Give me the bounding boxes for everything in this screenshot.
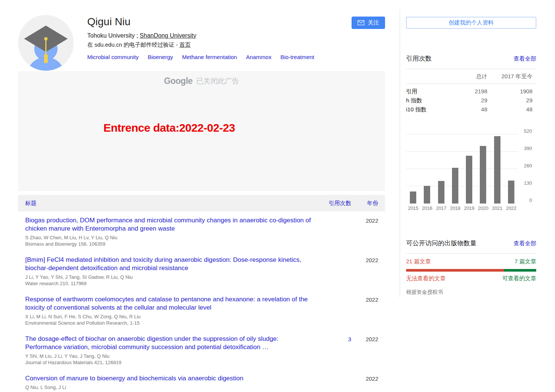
ad-dismissed-label: Google已关闭此广告 bbox=[18, 76, 385, 86]
sidebar: 创建我的个人资料 引用次数 查看全部 总计 2017 年至今 引用2198190… bbox=[406, 0, 536, 296]
profile-avatar bbox=[18, 15, 74, 71]
publication-row: The dosage-effect of biochar on anaerobi… bbox=[18, 330, 385, 369]
stats-col-since: 2017 年至今 bbox=[487, 73, 536, 80]
access-progress-bar bbox=[406, 269, 536, 272]
chart-bar[interactable] bbox=[410, 191, 416, 204]
chart-bar[interactable] bbox=[452, 168, 458, 204]
chart-x-label: 2015 bbox=[406, 205, 420, 211]
unavailable-count[interactable]: 21 篇文章 bbox=[406, 258, 431, 265]
public-access-labels: 无法查看的文章 可查看的文章 bbox=[406, 275, 536, 282]
interest-link[interactable]: Anammox bbox=[246, 54, 271, 60]
column-cited-by-header[interactable]: 引用次数 bbox=[324, 200, 351, 207]
publication-title-link[interactable]: Response of earthworm coelomocytes and c… bbox=[25, 295, 313, 312]
available-segment bbox=[504, 269, 537, 272]
citation-stats-table: 总计 2017 年至今 引用21981908h 指数2929i10 指数4848 bbox=[406, 69, 536, 117]
stat-label: 引用 bbox=[406, 87, 446, 96]
stat-total[interactable]: 48 bbox=[446, 105, 487, 114]
scholar-profile-page: Qigui Niu Tohoku University ; ShanDong U… bbox=[0, 0, 555, 392]
publication-title-link[interactable]: The dosage-effect of biochar on anaerobi… bbox=[25, 335, 313, 351]
citations-chart-plot bbox=[406, 134, 518, 204]
stats-col-total: 总计 bbox=[446, 73, 487, 80]
publication-venue: Biomass, Biofuels, Biochemicals, 69-90 bbox=[25, 390, 313, 392]
entrance-date-overlay: Entrence data:2022-02-23 bbox=[103, 122, 235, 134]
chart-bar-cell bbox=[406, 134, 420, 204]
publication-title-link[interactable]: [Bmim] FeCl4 mediated inhibition and tox… bbox=[25, 256, 313, 272]
chart-bar[interactable] bbox=[494, 136, 500, 204]
chart-bar-cell bbox=[476, 134, 490, 204]
column-year-header[interactable]: 年份 bbox=[351, 200, 385, 207]
publication-year: 2022 bbox=[351, 256, 385, 287]
publication-authors: Y Shi, M Liu, J Li, Y Yao, J Tang, Q Niu bbox=[25, 353, 313, 359]
publication-cited-count[interactable]: 3 bbox=[324, 335, 351, 366]
affiliation-text: Tohoku University ; bbox=[87, 32, 140, 39]
stat-total[interactable]: 29 bbox=[446, 96, 487, 105]
affiliation-link[interactable]: ShanDong University bbox=[140, 32, 196, 39]
view-all-public-link[interactable]: 查看全部 bbox=[514, 240, 536, 247]
view-all-citations-link[interactable]: 查看全部 bbox=[514, 55, 536, 62]
stat-row: 引用21981908 bbox=[406, 87, 536, 96]
publication-title-link[interactable]: Conversion of manure to bioenergy and bi… bbox=[25, 374, 313, 383]
publication-venue: Journal of Hazardous Materials 421, 1268… bbox=[25, 359, 313, 366]
chart-y-label: 130 bbox=[524, 180, 532, 186]
publication-venue: Biomass and Bioenergy 158, 106359 bbox=[25, 241, 313, 247]
chart-y-label: 520 bbox=[524, 128, 532, 134]
stats-column-headers: 总计 2017 年至今 bbox=[406, 69, 536, 84]
publication-authors: X Li, M Li, N Sun, F He, S Chu, W Zong, … bbox=[25, 313, 313, 320]
publication-cited-count bbox=[324, 216, 351, 247]
citations-title: 引用次数 bbox=[406, 54, 432, 63]
chart-x-label: 2017 bbox=[434, 205, 448, 211]
chart-x-axis: 20152016201720182019202020212022 bbox=[406, 205, 518, 211]
publication-main: Biogas production, DOM performance and m… bbox=[25, 216, 324, 247]
chart-x-label: 2021 bbox=[490, 205, 504, 211]
publication-title-link[interactable]: Biogas production, DOM performance and m… bbox=[25, 216, 313, 233]
publication-main: Response of earthworm coelomocytes and c… bbox=[25, 295, 324, 326]
chart-bar[interactable] bbox=[466, 156, 472, 204]
chart-bar-cell bbox=[434, 134, 448, 204]
publication-row: Biogas production, DOM performance and m… bbox=[18, 211, 385, 251]
homepage-link[interactable]: 首页 bbox=[179, 41, 191, 48]
public-access-counts: 21 篇文章 7 篇文章 bbox=[406, 258, 536, 265]
stat-row: h 指数2929 bbox=[406, 96, 536, 105]
interest-link[interactable]: Bioenergy bbox=[148, 54, 173, 60]
graduation-cap-avatar-icon bbox=[18, 15, 74, 71]
stats-table-body: 引用21981908h 指数2929i10 指数4848 bbox=[406, 84, 536, 117]
create-profile-button[interactable]: 创建我的个人资料 bbox=[406, 17, 536, 29]
chart-bar[interactable] bbox=[480, 146, 486, 204]
publication-main: Conversion of manure to bioenergy and bi… bbox=[25, 374, 324, 392]
column-title-header[interactable]: 标题 bbox=[18, 200, 324, 207]
stat-since[interactable]: 1908 bbox=[487, 87, 536, 96]
chart-bar[interactable] bbox=[438, 181, 444, 204]
funding-note: 根据资金授权书 bbox=[406, 289, 536, 296]
publication-cited-count bbox=[324, 295, 351, 326]
publication-cited-count bbox=[324, 256, 351, 287]
main-column: Qigui Niu Tohoku University ; ShanDong U… bbox=[18, 0, 385, 392]
public-access-divider bbox=[406, 253, 536, 254]
interest-link[interactable]: Microbial community bbox=[87, 54, 139, 60]
interest-link[interactable]: Bio-treatment bbox=[281, 54, 314, 60]
chart-bar[interactable] bbox=[424, 186, 430, 204]
ad-banner: Google已关闭此广告 Entrence data:2022-02-23 bbox=[18, 71, 385, 191]
stat-label: i10 指数 bbox=[406, 105, 446, 114]
stat-since[interactable]: 48 bbox=[487, 105, 536, 114]
publication-row: Conversion of manure to bioenergy and bi… bbox=[18, 369, 385, 392]
follow-button[interactable]: 关注 bbox=[352, 17, 385, 29]
publication-main: The dosage-effect of biochar on anaerobi… bbox=[25, 335, 324, 366]
publication-row: Response of earthworm coelomocytes and c… bbox=[18, 290, 385, 330]
unavailable-segment bbox=[406, 269, 504, 272]
vertical-divider bbox=[400, 9, 400, 297]
publication-year: 2022 bbox=[351, 216, 385, 247]
available-count[interactable]: 7 篇文章 bbox=[514, 258, 536, 265]
chart-bar[interactable] bbox=[508, 181, 514, 204]
follow-label: 关注 bbox=[368, 19, 379, 26]
chart-y-axis: 0130260390520 bbox=[518, 134, 536, 204]
ad-dismissed-text: 已关闭此广告 bbox=[196, 77, 239, 85]
chart-x-label: 2022 bbox=[504, 205, 518, 211]
publication-venue: Water research 210, 117969 bbox=[25, 280, 313, 287]
publication-authors: S Zhao, W Chen, M Liu, H Lv, Y Liu, Q Ni… bbox=[25, 234, 313, 241]
verified-email-text: 在 sdu.edu.cn 的电子邮件经过验证 - bbox=[87, 41, 179, 48]
stat-total[interactable]: 2198 bbox=[446, 87, 487, 96]
interest-link[interactable]: Methane fermentation bbox=[182, 54, 237, 60]
public-access-header: 可公开访问的出版物数量 查看全部 bbox=[406, 239, 536, 248]
verified-email: 在 sdu.edu.cn 的电子邮件经过验证 - 首页 bbox=[87, 41, 352, 49]
stat-since[interactable]: 29 bbox=[487, 96, 536, 105]
